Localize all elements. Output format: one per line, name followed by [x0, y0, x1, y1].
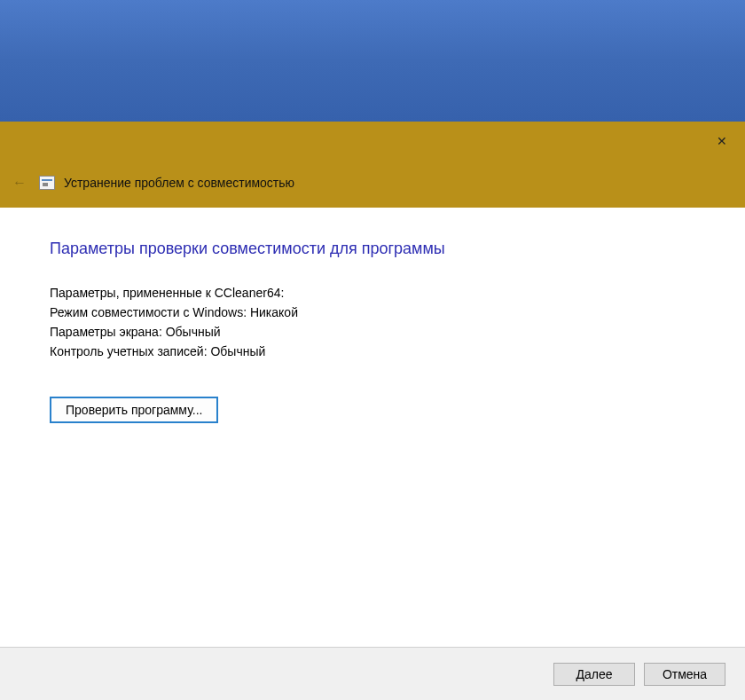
cancel-button[interactable]: Отмена [644, 663, 725, 686]
back-arrow-icon: ← [12, 175, 27, 191]
compatibility-mode: Режим совместимости с Windows: Никакой [50, 303, 695, 322]
header-title: Устранение проблем с совместимостью [64, 176, 294, 190]
page-title: Параметры проверки совместимости для про… [50, 240, 695, 258]
screen-parameters: Параметры экрана: Обычный [50, 322, 695, 342]
header-bar: ✕ ← Устранение проблем с совместимостью [0, 122, 745, 208]
desktop-background [0, 0, 745, 122]
uac-setting: Контроль учетных записей: Обычный [50, 342, 695, 361]
content-area: Параметры проверки совместимости для про… [0, 208, 745, 647]
params-applied-to: Параметры, примененные к CCleaner64: [50, 283, 695, 303]
verify-program-button[interactable]: Проверить программу... [50, 397, 218, 423]
troubleshoot-icon [39, 176, 55, 190]
next-button[interactable]: Далее [553, 663, 635, 686]
footer-bar: Далее Отмена [0, 647, 745, 700]
close-icon[interactable]: ✕ [710, 130, 734, 152]
